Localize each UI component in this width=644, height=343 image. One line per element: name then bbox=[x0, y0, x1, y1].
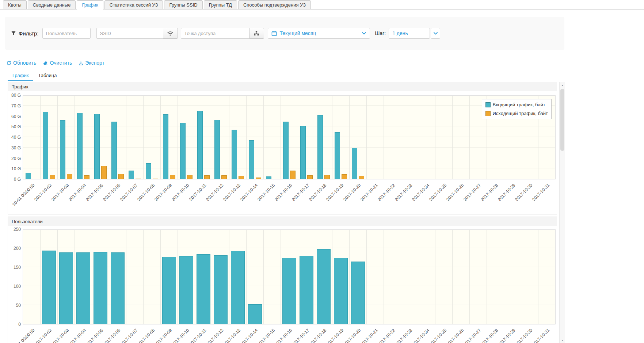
ssid-search-button[interactable] bbox=[163, 28, 178, 39]
bar-users bbox=[111, 252, 125, 324]
ssid-filter-group bbox=[96, 28, 178, 39]
legend-item[interactable]: Исходящий трафик, байт bbox=[485, 111, 548, 116]
subtab-tablitsa[interactable]: Таблица bbox=[33, 71, 61, 81]
user-filter-input[interactable] bbox=[42, 28, 91, 39]
tab-sposoby-podtverzhdeniya-uz[interactable]: Способы подтверждения УЗ bbox=[238, 0, 311, 9]
period-value: Текущий месяц bbox=[280, 30, 359, 36]
legend-label: Входящий трафик, байт bbox=[493, 102, 545, 107]
x-axis-label: 2017-10-05 bbox=[85, 328, 104, 343]
refresh-link[interactable]: Обновить bbox=[7, 60, 36, 66]
x-axis-label: 2017-10-23 bbox=[394, 183, 413, 202]
ap-filter-input[interactable] bbox=[181, 28, 249, 39]
bar-incoming bbox=[60, 120, 65, 179]
tab-statistika-sessiy-uz[interactable]: Статистика сессий УЗ bbox=[104, 0, 163, 9]
gridline bbox=[160, 96, 161, 179]
bar-users bbox=[197, 254, 210, 324]
bar-outgoing bbox=[101, 166, 107, 179]
x-axis-label: 2017-10-26 bbox=[445, 183, 465, 202]
legend-item[interactable]: Входящий трафик, байт bbox=[485, 102, 548, 107]
subtab-grafik[interactable]: График bbox=[8, 71, 33, 81]
gridline bbox=[298, 96, 298, 179]
gridline bbox=[57, 96, 58, 179]
x-axis-label: 10-01 00:00:00 bbox=[11, 328, 35, 343]
bar-users bbox=[248, 304, 262, 324]
gridline bbox=[418, 96, 418, 179]
gridline bbox=[212, 230, 212, 324]
x-axis-label: 2017-10-13 bbox=[222, 328, 241, 343]
gridline bbox=[143, 96, 144, 179]
x-axis-label: 2017-10-25 bbox=[428, 328, 447, 343]
calendar-icon bbox=[271, 31, 277, 36]
y-axis: 0 G10 G20 G30 G40 G50 G60 G70 G80 G bbox=[8, 91, 23, 179]
y-axis-label: 70 G bbox=[11, 103, 21, 108]
bar-incoming bbox=[77, 113, 83, 179]
y-axis-label: 10 G bbox=[11, 166, 21, 171]
bar-incoming bbox=[283, 122, 289, 179]
bar-incoming bbox=[214, 120, 220, 179]
tab-gruppy-ssid[interactable]: Группы SSID bbox=[164, 0, 202, 9]
x-axis-label: 2017-10-24 bbox=[411, 183, 430, 202]
scroll-down-button[interactable]: ▼ bbox=[560, 337, 565, 343]
gridline bbox=[57, 230, 58, 324]
x-axis-label: 2017-10-15 bbox=[256, 328, 276, 343]
tab-grafik[interactable]: График bbox=[77, 0, 103, 9]
scroll-thumb[interactable] bbox=[560, 89, 564, 151]
gridline bbox=[246, 230, 247, 324]
tab-kvoty[interactable]: Квоты bbox=[3, 0, 27, 9]
gridline bbox=[332, 230, 332, 324]
y-axis-label: 0 G bbox=[14, 177, 21, 182]
x-axis-label: 2017-10-29 bbox=[497, 183, 516, 202]
x-axis-label: 2017-10-26 bbox=[445, 328, 465, 343]
users-panel-title: Пользователи bbox=[8, 217, 557, 226]
gridline bbox=[229, 230, 229, 324]
filter-panel: Фильтр: Текущий месяц Шаг: 1 день bbox=[5, 17, 564, 50]
gridline bbox=[75, 96, 75, 179]
period-select[interactable]: Текущий месяц bbox=[268, 28, 370, 39]
step-chevron-button[interactable] bbox=[431, 28, 440, 39]
ap-search-button[interactable] bbox=[249, 28, 264, 39]
x-axis-label: 2017-10-20 bbox=[342, 183, 362, 202]
sitemap-icon bbox=[254, 31, 259, 36]
gridline bbox=[487, 230, 487, 324]
scroll-up-button[interactable]: ▲ bbox=[560, 82, 565, 88]
gridline bbox=[92, 96, 92, 179]
gridline bbox=[263, 96, 264, 179]
x-axis-label: 2017-10-03 bbox=[50, 183, 70, 202]
x-axis-label: 2017-10-19 bbox=[325, 183, 344, 202]
bar-incoming bbox=[197, 111, 203, 179]
gridline bbox=[23, 116, 555, 116]
bar-incoming bbox=[129, 171, 134, 179]
x-axis-label: 2017-10-08 bbox=[136, 183, 156, 202]
bar-users bbox=[162, 257, 176, 324]
x-axis-label: 2017-10-18 bbox=[308, 328, 327, 343]
bar-users bbox=[317, 249, 331, 324]
filter-label-text: Фильтр: bbox=[19, 30, 39, 37]
tab-gruppy-td[interactable]: Группы ТД bbox=[204, 0, 237, 9]
gridline bbox=[229, 96, 229, 179]
x-axis-label: 2017-10-07 bbox=[119, 328, 138, 343]
chart-legend: Входящий трафик, байтИсходящий трафик, б… bbox=[482, 99, 552, 119]
clear-link[interactable]: Очистить bbox=[43, 60, 72, 66]
bar-incoming bbox=[352, 148, 357, 179]
gridline bbox=[263, 230, 264, 324]
legend-swatch bbox=[485, 111, 491, 116]
bar-outgoing bbox=[359, 176, 364, 179]
ssid-filter-input[interactable] bbox=[96, 28, 163, 39]
bar-outgoing bbox=[50, 175, 55, 179]
bar-outgoing bbox=[136, 179, 141, 179]
tab-svodnye-dannye[interactable]: Сводные данные bbox=[28, 0, 76, 9]
export-link[interactable]: Экспорт bbox=[79, 60, 104, 66]
gridline bbox=[504, 230, 504, 324]
gridline bbox=[40, 230, 41, 324]
x-axis-label: 2017-10-14 bbox=[239, 328, 259, 343]
download-icon bbox=[79, 61, 83, 65]
x-axis-label: 2017-10-07 bbox=[119, 183, 138, 202]
gridline bbox=[349, 96, 350, 179]
vertical-scrollbar[interactable]: ▲ ▼ bbox=[559, 82, 565, 343]
bar-outgoing bbox=[170, 175, 175, 179]
x-axis-label: 2017-10-09 bbox=[153, 183, 173, 202]
bar-incoming bbox=[26, 173, 31, 179]
bar-incoming bbox=[180, 123, 186, 179]
step-select[interactable]: 1 день bbox=[389, 28, 430, 39]
x-axis-label: 2017-10-30 bbox=[514, 183, 533, 202]
